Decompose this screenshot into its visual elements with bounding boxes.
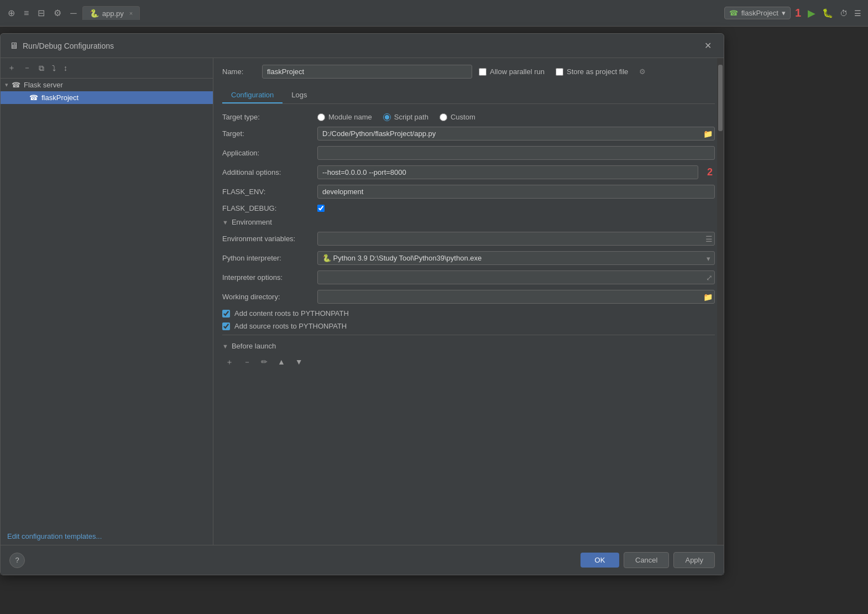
apply-button[interactable]: Apply — [673, 552, 715, 568]
before-launch-header[interactable]: ▼ Before launch — [222, 342, 715, 350]
right-scrollbar[interactable] — [717, 58, 724, 545]
env-vars-browse-icon[interactable]: ☰ — [705, 235, 713, 243]
working-directory-row: Working directory: 📁 — [222, 290, 715, 304]
flask-debug-checkbox[interactable] — [317, 205, 325, 212]
add-content-roots-label: Add content roots to PYTHONPATH — [234, 309, 349, 318]
badge-2: 2 — [705, 165, 715, 179]
working-directory-wrapper: 📁 — [317, 290, 715, 304]
dialog-title: Run/Debug Configurations — [23, 41, 697, 50]
flask-server-label: Flask server — [24, 81, 63, 89]
right-panel: Name: Allow parallel run Store as projec… — [213, 58, 724, 545]
flask-debug-label: FLASK_DEBUG: — [222, 204, 311, 212]
tree-item-flask-project[interactable]: ☎ flaskProject — [1, 91, 213, 104]
tree-item-flask-server[interactable]: ▾ ☎ Flask server — [1, 79, 213, 91]
environment-label: Environment — [232, 218, 272, 226]
add-content-roots-checkbox[interactable] — [222, 310, 230, 318]
left-panel: ＋ － ⧉ ⤵ ↕ ▾ ☎ Flask server ☎ flaskProjec… — [1, 58, 213, 545]
bl-down-button[interactable]: ▼ — [292, 356, 306, 369]
list-icon[interactable]: ≡ — [20, 6, 32, 20]
bl-edit-button[interactable]: ✏ — [258, 356, 271, 369]
tab-close-icon[interactable]: × — [129, 10, 133, 17]
run-config-icon: ☎ — [729, 9, 738, 17]
module-name-radio[interactable] — [317, 113, 325, 121]
bl-add-button[interactable]: ＋ — [222, 356, 237, 369]
run-config-dropdown[interactable]: ☎ flaskProject ▾ — [724, 7, 791, 19]
ok-button[interactable]: OK — [581, 553, 619, 568]
sort-config-button[interactable]: ↕ — [61, 62, 70, 74]
store-as-project-file-checkbox[interactable] — [556, 68, 563, 76]
store-as-project-file-text: Store as project file — [567, 67, 628, 76]
chevron-down-icon: ▾ — [5, 81, 8, 89]
flask-env-input[interactable] — [317, 185, 715, 199]
add-icon[interactable]: ⊕ — [4, 6, 18, 20]
flask-env-label: FLASK_ENV: — [222, 188, 311, 196]
add-source-roots-row: Add source roots to PYTHONPATH — [222, 322, 715, 330]
remove-config-button[interactable]: － — [20, 61, 34, 75]
module-name-radio-label[interactable]: Module name — [317, 113, 372, 121]
target-input[interactable] — [317, 127, 715, 141]
allow-parallel-run-label[interactable]: Allow parallel run — [479, 67, 545, 76]
additional-options-label: Additional options: — [222, 168, 311, 176]
badge-1: 1 — [793, 6, 803, 20]
scrollbar-thumb — [718, 65, 723, 131]
bl-up-button[interactable]: ▲ — [274, 356, 289, 369]
environment-section-header[interactable]: ▼ Environment — [222, 218, 715, 226]
interpreter-options-label: Interpreter options: — [222, 273, 311, 282]
script-path-radio[interactable] — [383, 113, 391, 121]
target-label: Target: — [222, 129, 311, 138]
custom-radio-label[interactable]: Custom — [440, 113, 475, 121]
target-browse-icon[interactable]: 📁 — [703, 129, 713, 138]
footer-left: ? — [9, 553, 25, 568]
cancel-button[interactable]: Cancel — [624, 552, 669, 568]
run-config-name: flaskProject — [741, 9, 778, 17]
interpreter-options-input[interactable] — [317, 270, 715, 284]
store-as-project-file-label[interactable]: Store as project file — [556, 67, 628, 76]
additional-options-input[interactable] — [317, 165, 698, 179]
dropdown-arrow-icon: ▾ — [782, 9, 786, 17]
left-toolbar: ＋ － ⧉ ⤵ ↕ — [1, 58, 213, 79]
target-type-radio-group: Module name Script path Custom — [317, 113, 715, 121]
environment-chevron-icon: ▼ — [222, 219, 228, 226]
layout-icon[interactable]: ⊟ — [34, 6, 48, 20]
help-button[interactable]: ? — [9, 553, 25, 568]
dialog-footer: ? OK Cancel Apply — [1, 545, 724, 575]
more-actions-button[interactable]: ☰ — [852, 8, 864, 19]
add-content-roots-row: Add content roots to PYTHONPATH — [222, 309, 715, 318]
profile-button[interactable]: ⏱ — [838, 8, 850, 19]
working-directory-browse-icon[interactable]: 📁 — [703, 293, 713, 301]
python-file-icon: 🐍 — [90, 9, 99, 18]
minus-icon[interactable]: ─ — [67, 6, 80, 20]
application-row: Application: — [222, 146, 715, 160]
application-input[interactable] — [317, 146, 715, 160]
custom-radio[interactable] — [440, 113, 447, 121]
python-interpreter-select[interactable]: 🐍 Python 3.9 D:\Study Tool\Python39\pyth… — [317, 251, 715, 265]
run-debug-dialog: 🖥 Run/Debug Configurations ✕ ＋ － ⧉ ⤵ ↕ ▾… — [0, 33, 724, 575]
store-gear-icon[interactable]: ⚙ — [639, 67, 646, 76]
app-py-tab[interactable]: 🐍 app.py × — [82, 6, 140, 20]
debug-button[interactable]: 🐛 — [820, 7, 835, 19]
tab-logs[interactable]: Logs — [283, 87, 316, 103]
flask-env-row: FLASK_ENV: — [222, 185, 715, 199]
allow-parallel-run-checkbox[interactable] — [479, 68, 487, 76]
name-input[interactable] — [262, 65, 472, 79]
env-vars-input[interactable] — [317, 232, 715, 246]
settings-icon[interactable]: ⚙ — [50, 6, 65, 20]
move-config-button[interactable]: ⤵ — [49, 62, 59, 74]
add-source-roots-checkbox[interactable] — [222, 322, 230, 330]
add-config-button[interactable]: ＋ — [5, 61, 18, 75]
script-path-radio-label[interactable]: Script path — [383, 113, 428, 121]
interpreter-expand-icon[interactable]: ⤢ — [706, 273, 713, 282]
run-button[interactable]: ▶ — [806, 6, 818, 20]
copy-config-button[interactable]: ⧉ — [36, 62, 47, 75]
working-directory-input[interactable] — [317, 290, 715, 304]
target-row: Target: 📁 — [222, 127, 715, 141]
dialog-close-button[interactable]: ✕ — [701, 39, 715, 52]
edit-templates-link[interactable]: Edit configuration templates... — [1, 528, 213, 545]
add-source-roots-label: Add source roots to PYTHONPATH — [234, 322, 347, 330]
module-name-text: Module name — [328, 113, 372, 121]
env-vars-label: Environment variables: — [222, 235, 311, 243]
flask-project-icon: ☎ — [29, 93, 38, 102]
top-toolbar: ⊕ ≡ ⊟ ⚙ ─ 🐍 app.py × ☎ flaskProject ▾ 1 … — [0, 0, 868, 27]
tab-configuration[interactable]: Configuration — [222, 87, 283, 103]
bl-remove-button[interactable]: － — [240, 356, 254, 369]
